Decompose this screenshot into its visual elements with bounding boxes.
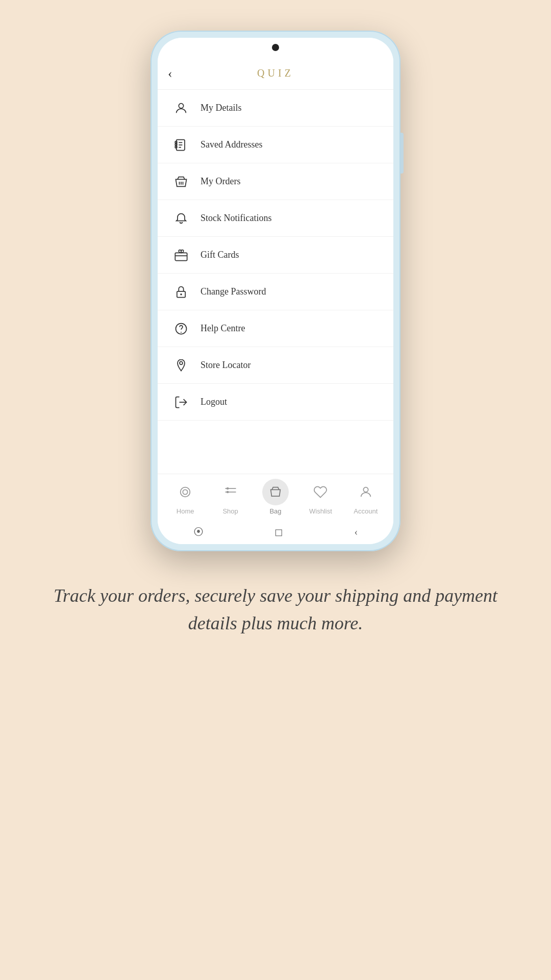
svg-point-17 bbox=[180, 361, 183, 364]
footer-text-block: Track your orders, securely save your sh… bbox=[0, 582, 551, 637]
menu-item-gift-cards[interactable]: Gift Cards bbox=[158, 237, 393, 274]
menu-label-change-password: Change Password bbox=[201, 286, 266, 297]
android-nav-back[interactable]: ‹ bbox=[355, 526, 358, 538]
menu-label-my-details: My Details bbox=[201, 103, 242, 113]
menu-item-my-details[interactable]: My Details bbox=[158, 90, 393, 127]
svg-point-23 bbox=[226, 487, 229, 490]
menu-item-store-locator[interactable]: Store Locator bbox=[158, 347, 393, 384]
nav-label-wishlist: Wishlist bbox=[309, 507, 332, 515]
camera-dot bbox=[272, 44, 279, 51]
menu-label-stock-notifications: Stock Notifications bbox=[201, 213, 271, 224]
gift-card-icon bbox=[172, 246, 190, 264]
nav-label-bag: Bag bbox=[269, 507, 281, 515]
lock-icon bbox=[172, 283, 190, 301]
nav-item-wishlist[interactable]: Wishlist bbox=[298, 479, 343, 515]
nav-item-shop[interactable]: Shop bbox=[208, 479, 253, 515]
menu-label-logout: Logout bbox=[201, 397, 227, 407]
shop-nav-icon bbox=[217, 479, 244, 505]
bottom-nav: Home Shop bbox=[158, 474, 393, 520]
basket-icon bbox=[172, 173, 190, 191]
app-header: ‹ QUIZ bbox=[158, 57, 393, 90]
menu-label-saved-addresses: Saved Addresses bbox=[201, 139, 262, 150]
android-nav-menu[interactable]: ⦿ bbox=[193, 526, 204, 538]
svg-point-16 bbox=[181, 332, 182, 333]
menu-list: My Details bbox=[158, 90, 393, 474]
help-circle-icon bbox=[172, 320, 190, 338]
person-icon bbox=[172, 99, 190, 117]
menu-item-change-password[interactable]: Change Password bbox=[158, 274, 393, 310]
menu-item-logout[interactable]: Logout bbox=[158, 384, 393, 421]
address-book-icon bbox=[172, 136, 190, 154]
nav-label-home: Home bbox=[177, 507, 194, 515]
svg-rect-11 bbox=[175, 253, 187, 260]
svg-point-19 bbox=[181, 487, 190, 497]
bag-nav-icon bbox=[262, 479, 289, 505]
notch-bar bbox=[158, 38, 393, 57]
nav-label-shop: Shop bbox=[222, 507, 238, 515]
menu-item-help-centre[interactable]: Help Centre bbox=[158, 310, 393, 347]
svg-point-24 bbox=[226, 491, 229, 494]
back-button[interactable]: ‹ bbox=[168, 67, 172, 80]
app-content: ‹ QUIZ My Details bbox=[158, 57, 393, 544]
menu-item-saved-addresses[interactable]: Saved Addresses bbox=[158, 127, 393, 163]
app-logo: QUIZ bbox=[257, 67, 294, 79]
nav-item-bag[interactable]: Bag bbox=[253, 479, 298, 515]
android-nav-home[interactable]: ◻ bbox=[274, 526, 283, 538]
logout-icon bbox=[172, 393, 190, 411]
wishlist-nav-icon bbox=[307, 479, 334, 505]
menu-label-help-centre: Help Centre bbox=[201, 323, 245, 334]
location-pin-icon bbox=[172, 356, 190, 375]
menu-label-my-orders: My Orders bbox=[201, 176, 241, 187]
menu-label-store-locator: Store Locator bbox=[201, 360, 251, 371]
page-background: ‹ QUIZ My Details bbox=[0, 0, 551, 980]
bell-icon bbox=[172, 209, 190, 228]
account-nav-icon bbox=[353, 479, 379, 505]
svg-point-14 bbox=[180, 293, 182, 295]
svg-point-0 bbox=[179, 103, 183, 108]
android-nav-bar: ⦿ ◻ ‹ bbox=[158, 520, 393, 544]
menu-item-stock-notifications[interactable]: Stock Notifications bbox=[158, 200, 393, 237]
menu-item-my-orders[interactable]: My Orders bbox=[158, 163, 393, 200]
nav-label-account: Account bbox=[354, 507, 378, 515]
svg-point-20 bbox=[183, 489, 188, 494]
home-nav-icon bbox=[172, 479, 198, 505]
svg-point-25 bbox=[363, 487, 368, 492]
footer-caption: Track your orders, securely save your sh… bbox=[41, 582, 510, 637]
nav-item-account[interactable]: Account bbox=[343, 479, 388, 515]
menu-label-gift-cards: Gift Cards bbox=[201, 250, 239, 260]
phone-screen: ‹ QUIZ My Details bbox=[158, 38, 393, 544]
nav-item-home[interactable]: Home bbox=[163, 479, 208, 515]
phone-shell: ‹ QUIZ My Details bbox=[151, 31, 400, 551]
